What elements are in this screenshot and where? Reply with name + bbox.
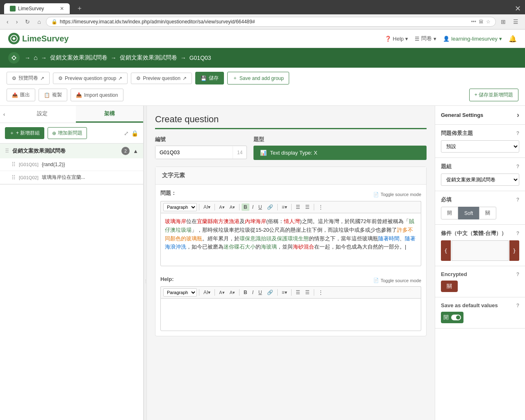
ai-button[interactable]: AI▾ bbox=[201, 203, 212, 211]
expand-icon[interactable]: ⤢ bbox=[124, 130, 129, 137]
font-size-button[interactable]: A▾ bbox=[217, 204, 226, 211]
import-question-button[interactable]: 📥 Import question bbox=[71, 89, 123, 101]
group-header[interactable]: ⠿ 促銷文案效果測試問卷 2 ▲ bbox=[0, 144, 143, 158]
breadcrumb-home-icon[interactable]: ⌂ bbox=[34, 54, 38, 62]
type-field-group: 題型 📊 Text display Type: X bbox=[253, 136, 427, 160]
mandatory-soft-button[interactable]: Soft bbox=[458, 207, 479, 219]
tab-settings[interactable]: 設定 bbox=[8, 106, 75, 123]
question-text-part3: 宜蘭縣南方澳漁港 bbox=[197, 218, 240, 224]
right-panel-expand-icon[interactable]: › bbox=[517, 111, 519, 119]
code-input[interactable] bbox=[155, 146, 233, 159]
resize-handle[interactable]: ⋮ bbox=[144, 106, 147, 420]
help-paragraph-select[interactable]: Paragraph bbox=[163, 288, 197, 297]
help-link-button[interactable]: 🔗 bbox=[265, 289, 275, 296]
encrypted-toggle[interactable]: 關 bbox=[441, 281, 458, 292]
add-question-button[interactable]: ⊕ 增加新問題 bbox=[48, 127, 87, 139]
url-menu-dots[interactable]: ••• bbox=[471, 19, 476, 25]
help-editor-content[interactable] bbox=[160, 298, 421, 331]
new-tab-button[interactable]: ＋ bbox=[73, 2, 86, 14]
preview-question-button[interactable]: ⚙ Preview question ↗ bbox=[131, 73, 192, 84]
drag-handle-q1-icon: ⠿ bbox=[11, 161, 16, 168]
help-ai-button[interactable]: AI▾ bbox=[201, 289, 212, 296]
back-button[interactable]: ‹ bbox=[4, 17, 11, 26]
theme-help-icon[interactable]: ? bbox=[516, 130, 519, 136]
font-color-button[interactable]: A▾ bbox=[228, 204, 237, 211]
help-more-button[interactable]: ⋮ bbox=[316, 289, 325, 296]
close-window-button[interactable]: ✕ bbox=[515, 4, 521, 13]
question-item-1[interactable]: ⠿ [G01Q01] {rand(1,2)} bbox=[0, 158, 143, 171]
help-button[interactable]: ❓ Help ▾ bbox=[385, 36, 409, 42]
toggle-source-question-button[interactable]: 📄 Toggle source mode bbox=[373, 192, 421, 197]
save-button[interactable]: 💾 儲存 bbox=[195, 72, 224, 84]
survey-button[interactable]: ☰ 問卷 ▾ bbox=[415, 35, 436, 42]
group-select[interactable]: 促銷文案效果測試問卷 bbox=[441, 173, 519, 186]
type-selector-button[interactable]: 📊 Text display Type: X bbox=[253, 146, 427, 160]
group-expand-icon[interactable]: ▲ bbox=[133, 148, 138, 154]
forward-button[interactable]: › bbox=[14, 17, 21, 26]
drag-handle-icon: ⠿ bbox=[5, 148, 9, 154]
question-text-part19: 迷你碟石大小 bbox=[224, 244, 256, 250]
breadcrumb-survey-link1[interactable]: 促銷文案效果測試問卷 bbox=[50, 54, 107, 62]
bold-button[interactable]: B bbox=[242, 203, 249, 211]
toggle-source-help-button[interactable]: 📄 Toggle source mode bbox=[373, 278, 421, 283]
underline-button[interactable]: U bbox=[256, 203, 264, 211]
help-ul-button[interactable]: ☰ bbox=[294, 289, 302, 296]
mandatory-help-icon[interactable]: ? bbox=[516, 197, 519, 203]
condition-textarea[interactable] bbox=[452, 240, 509, 261]
question-item-2[interactable]: ⠿ [G01Q02] 玻璃海岸位在宜蘭... bbox=[0, 171, 143, 184]
help-underline-button[interactable]: U bbox=[256, 289, 264, 296]
save-default-toggle[interactable]: 開 bbox=[441, 312, 463, 323]
unordered-list-button[interactable]: ☰ bbox=[294, 203, 302, 211]
bookmark-icon[interactable]: ☆ bbox=[486, 19, 491, 25]
mandatory-off-button[interactable]: 關 bbox=[479, 207, 496, 219]
reader-icon[interactable]: 🏛 bbox=[479, 19, 484, 25]
mandatory-on-button[interactable]: 開 bbox=[441, 207, 458, 219]
paragraph-select[interactable]: Paragraph bbox=[163, 203, 197, 211]
question-editor-content[interactable]: 玻璃海岸位在宜蘭縣南方澳漁港及內埤海岸(俗稱：情人灣)之間。這片海灣，於民國72… bbox=[160, 213, 421, 266]
extensions-icon[interactable]: ⊞ bbox=[498, 17, 508, 26]
toolbar-sep3 bbox=[239, 204, 240, 210]
lock-icon[interactable]: 🔒 bbox=[131, 130, 138, 137]
logo-svg bbox=[10, 35, 18, 42]
italic-button[interactable]: I bbox=[250, 203, 256, 211]
import-label: Import question bbox=[84, 92, 118, 98]
tab-structure[interactable]: 架構 bbox=[76, 106, 143, 123]
group-help-icon[interactable]: ? bbox=[516, 164, 519, 169]
copy-button[interactable]: 📋 複製 bbox=[39, 89, 67, 101]
link-button[interactable]: 🔗 bbox=[265, 203, 275, 211]
save-add-group-button[interactable]: ＋ Save and add group bbox=[227, 72, 289, 84]
ordered-list-button[interactable]: ☰ bbox=[303, 203, 312, 211]
browser-menu-icon[interactable]: ☰ bbox=[511, 17, 521, 26]
tab-close-icon[interactable]: ✕ bbox=[60, 6, 64, 11]
sidebar-back-arrow[interactable]: ‹ bbox=[0, 106, 8, 123]
copy-label: 複製 bbox=[52, 91, 62, 98]
encrypted-help-icon[interactable]: ? bbox=[516, 272, 519, 277]
help-italic-button[interactable]: I bbox=[250, 289, 256, 296]
preview-group-button[interactable]: ⚙ Preview question group ↗ bbox=[53, 73, 128, 84]
question-text-part24: 在一起，如今也成為大自然的一部分。| bbox=[314, 244, 406, 250]
help-font-size-button[interactable]: A▾ bbox=[217, 289, 226, 296]
align-button[interactable]: ≡▾ bbox=[280, 203, 289, 211]
app-logo[interactable]: LimeSurvey bbox=[8, 33, 68, 44]
export-button[interactable]: 📤 匯出 bbox=[7, 89, 35, 101]
help-font-color-button[interactable]: A▾ bbox=[228, 289, 237, 296]
help-ol-button[interactable]: ☰ bbox=[303, 289, 312, 296]
save-add-question-button[interactable]: + 儲存並新增問題 bbox=[469, 89, 518, 101]
url-bar[interactable]: 🔒 https://limesurvey.imacat.idv.tw/index… bbox=[46, 17, 496, 27]
save-default-help-icon[interactable]: ? bbox=[516, 303, 519, 308]
more-options-button[interactable]: ⋮ bbox=[316, 203, 325, 211]
preview-survey-button[interactable]: ⚙ 預覽問卷 ↗ bbox=[7, 72, 50, 84]
user-menu[interactable]: 👤 learning-limesurvey ▾ bbox=[443, 36, 502, 42]
add-group-button[interactable]: ＋ + 新增群組 bbox=[5, 127, 44, 139]
condition-help-icon[interactable]: ? bbox=[516, 231, 519, 236]
theme-select[interactable]: 預設 bbox=[441, 140, 519, 153]
home-button[interactable]: ⌂ bbox=[35, 17, 43, 26]
help-bold-button[interactable]: B bbox=[242, 289, 249, 296]
browser-tab[interactable]: LimeSurvey ✕ bbox=[4, 3, 70, 14]
reload-button[interactable]: ↻ bbox=[23, 17, 32, 26]
breadcrumb-survey-link2[interactable]: 促銷文案效果測試問卷 bbox=[120, 54, 177, 62]
survey-arrow-icon: ▾ bbox=[434, 36, 436, 42]
group-label: 促銷文案效果測試問卷 bbox=[12, 147, 118, 155]
notification-bell-icon[interactable]: 🔔 bbox=[509, 35, 517, 43]
help-align-button[interactable]: ≡▾ bbox=[280, 289, 289, 296]
